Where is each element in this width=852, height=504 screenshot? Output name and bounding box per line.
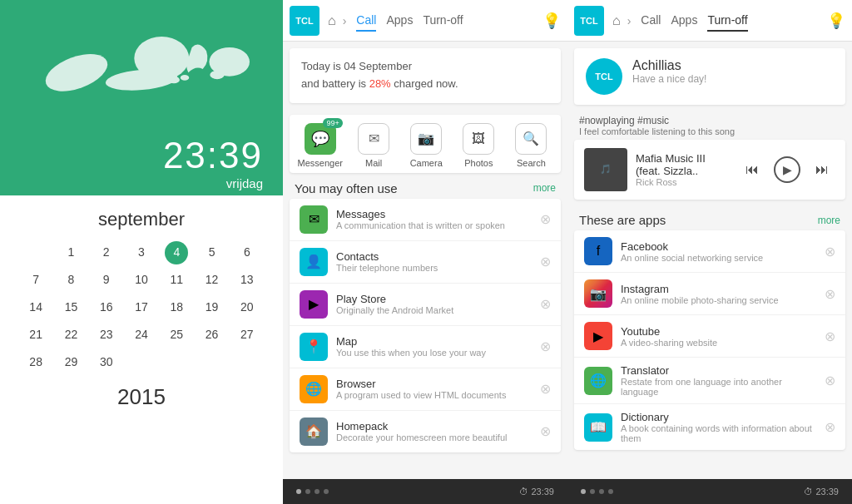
right-nav-turnoff[interactable]: Turn-off [707,10,747,32]
calendar-day[interactable]: 22 [55,323,87,347]
calendar-day[interactable]: 5 [196,240,227,264]
list-item[interactable]: 🌐BrowserA program used to view HTML docu… [290,368,561,411]
app-icon-contacts: 👤 [300,248,328,276]
remove-icon[interactable]: ⊗ [540,254,551,269]
nav-call[interactable]: Call [356,10,376,32]
list-item[interactable]: 🏠HomepackDecorate your homescreen more b… [290,411,561,452]
indonesia-map [33,26,250,112]
remove-icon[interactable]: ⊗ [825,286,835,302]
nav-turnoff[interactable]: Turn-off [423,10,463,32]
shortcut-item[interactable]: 💬99+Messenger [298,123,343,168]
nav-apps[interactable]: Apps [386,10,413,32]
calendar-day[interactable]: 6 [231,240,263,264]
calendar-day[interactable]: 29 [55,350,87,374]
calendar-grid: 1234567891011121314151617181920212223242… [20,240,263,374]
calendar-day[interactable]: 4 [165,241,188,264]
right-breadcrumb-arrow: › [627,14,632,27]
remove-icon[interactable]: ⊗ [825,244,835,259]
list-item[interactable]: 📖DictionaryA book containing words with … [574,404,845,450]
remove-icon[interactable]: ⊗ [540,381,551,397]
shortcuts-row: 💬99+Messenger✉Mail📷Camera🖼Photos🔍Search [290,115,561,173]
calendar-day[interactable]: 1 [55,240,87,264]
calendar-section: september 123456789101112131415161718192… [0,195,283,504]
remove-icon[interactable]: ⊗ [825,419,835,435]
play-button[interactable]: ▶ [774,156,800,183]
list-item[interactable]: 👤ContactsTheir telephone numbers⊗ [290,241,561,284]
right-nav-call[interactable]: Call [641,10,661,32]
shortcut-item[interactable]: 📷Camera [404,123,448,168]
status-suffix: charged now. [391,77,458,90]
list-item[interactable]: 📍MapYou use this when you lose your way⊗ [290,326,561,368]
app-icon-translator: 🌐 [584,367,612,395]
list-item[interactable]: ▶Play StoreOriginally the Android Market… [290,284,561,326]
dot-2 [305,489,310,494]
app-info: BrowserA program used to view HTML docum… [336,378,532,400]
calendar-day[interactable]: 30 [91,350,122,374]
right-nav-apps[interactable]: Apps [671,10,697,32]
clock-section: 23:39 vrijdag [0,137,283,195]
map-section [0,0,283,137]
app-name: Messages [336,208,532,220]
dot-4 [324,489,329,494]
calendar-day[interactable]: 19 [196,295,227,319]
next-button[interactable]: ⏭ [809,156,835,183]
app-info: HomepackDecorate your homescreen more be… [336,420,532,442]
remove-icon[interactable]: ⊗ [540,296,551,312]
calendar-day[interactable]: 14 [20,295,52,319]
calendar-day[interactable]: 18 [161,295,192,319]
often-use-more[interactable]: more [533,182,556,194]
calendar-day[interactable] [20,240,52,264]
calendar-day[interactable]: 20 [231,295,263,319]
calendar-day[interactable]: 12 [196,268,227,292]
calendar-day[interactable]: 23 [91,323,122,347]
right-bulb-icon[interactable]: 💡 [827,12,845,30]
dot-1 [296,489,301,494]
bulb-icon[interactable]: 💡 [542,12,561,30]
middle-logo: TCL [290,6,320,36]
app-desc: A video-sharing website [621,338,816,348]
music-card: 🎵 Mafia Music III (feat. Sizzla.. Rick R… [574,140,845,200]
calendar-day[interactable]: 28 [20,350,52,374]
list-item[interactable]: 📷InstagramAn online mobile photo-sharing… [574,273,845,315]
calendar-day[interactable]: 9 [91,268,122,292]
calendar-day[interactable]: 24 [126,323,157,347]
calendar-day[interactable]: 10 [126,268,157,292]
list-item[interactable]: 🌐TranslatorRestate from one language int… [574,358,845,404]
app-name: Browser [336,378,532,390]
app-info: FacebookAn online social networking serv… [621,240,816,263]
calendar-day[interactable]: 27 [231,323,263,347]
these-apps-more[interactable]: more [818,215,840,226]
remove-icon[interactable]: ⊗ [825,373,835,388]
right-home-icon[interactable]: ⌂ [612,13,621,28]
svg-point-4 [168,76,180,83]
profile-card: TCL Achillias Have a nice day! [574,48,845,105]
calendar-day[interactable]: 3 [126,240,157,264]
prev-button[interactable]: ⏮ [739,156,765,183]
calendar-day[interactable]: 11 [161,268,192,292]
shortcut-item[interactable]: ✉Mail [352,123,395,168]
calendar-day[interactable]: 7 [20,268,52,292]
shortcut-icon-mail: ✉ [358,123,389,155]
app-info: InstagramAn online mobile photo-sharing … [621,283,816,305]
shortcut-item[interactable]: 🖼Photos [457,123,500,168]
app-icon-homepack: 🏠 [300,418,328,446]
remove-icon[interactable]: ⊗ [540,423,551,439]
calendar-day[interactable]: 26 [196,323,227,347]
app-desc: Restate from one language into another l… [621,377,816,397]
remove-icon[interactable]: ⊗ [540,338,551,354]
calendar-day[interactable]: 17 [126,295,157,319]
calendar-day[interactable]: 25 [161,323,192,347]
calendar-day[interactable]: 16 [91,295,122,319]
list-item[interactable]: ▶YoutubeA video-sharing website⊗ [574,315,845,358]
calendar-day[interactable]: 15 [55,295,87,319]
calendar-day[interactable]: 13 [231,268,263,292]
calendar-day[interactable]: 21 [20,323,52,347]
list-item[interactable]: fFacebookAn online social networking ser… [574,230,845,273]
shortcut-item[interactable]: 🔍Search [509,123,552,168]
calendar-day[interactable]: 8 [55,268,87,292]
list-item[interactable]: ✉MessagesA communication that is written… [290,199,561,241]
calendar-day[interactable]: 2 [91,240,122,264]
home-icon[interactable]: ⌂ [328,13,336,28]
remove-icon[interactable]: ⊗ [540,211,551,227]
remove-icon[interactable]: ⊗ [825,329,835,344]
